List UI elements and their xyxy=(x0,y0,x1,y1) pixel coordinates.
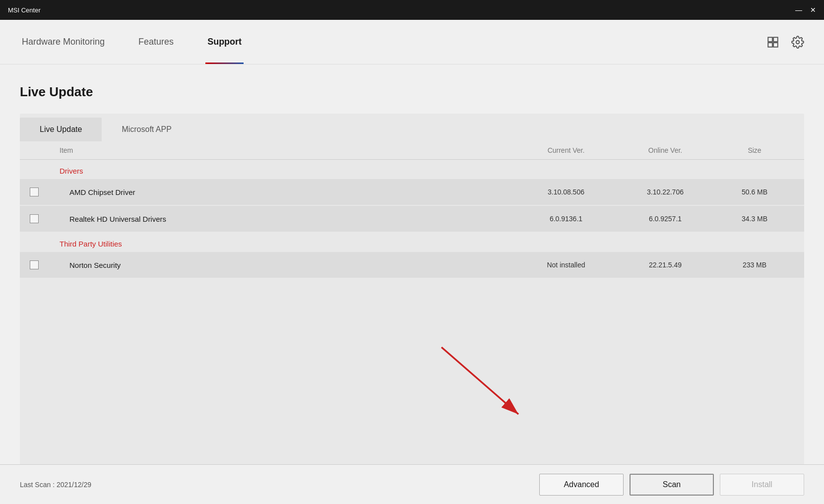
sub-tab-live-update[interactable]: Live Update xyxy=(20,118,102,141)
svg-rect-2 xyxy=(768,43,772,47)
row-checkbox-amd[interactable] xyxy=(30,188,39,196)
row-amd-online: 3.10.22.706 xyxy=(616,188,715,196)
row-norton-current: Not installed xyxy=(516,261,616,269)
header-size: Size xyxy=(715,146,794,154)
grid-icon xyxy=(766,36,779,49)
install-button[interactable]: Install xyxy=(720,474,804,496)
update-table: Item Current Ver. Online Ver. Size Drive… xyxy=(20,141,804,464)
table-header: Item Current Ver. Online Ver. Size xyxy=(20,141,804,160)
row-norton-size: 233 MB xyxy=(715,261,794,269)
sub-tabs: Live Update Microsoft APP xyxy=(20,114,804,141)
tab-support[interactable]: Support xyxy=(205,20,244,64)
grid-view-button[interactable] xyxy=(766,36,779,49)
header-online-ver: Online Ver. xyxy=(616,146,715,154)
table-row: Realtek HD Universal Drivers 6.0.9136.1 … xyxy=(20,206,804,232)
table-row: AMD Chipset Driver 3.10.08.506 3.10.22.7… xyxy=(20,179,804,205)
settings-button[interactable] xyxy=(791,36,804,49)
bottom-buttons: Advanced Scan Install xyxy=(539,474,804,496)
row-amd-name: AMD Chipset Driver xyxy=(60,188,516,196)
navbar: Hardware Monitoring Features Support xyxy=(0,20,824,64)
section-third-party: Third Party Utilities xyxy=(20,233,804,252)
scan-button[interactable]: Scan xyxy=(630,474,714,496)
nav-icons xyxy=(766,36,804,49)
row-realtek-size: 34.3 MB xyxy=(715,215,794,223)
row-realtek-online: 6.0.9257.1 xyxy=(616,215,715,223)
gear-icon xyxy=(791,36,804,49)
app-title: MSI Center xyxy=(8,6,41,14)
row-norton-online: 22.21.5.49 xyxy=(616,261,715,269)
row-norton-name: Norton Security xyxy=(60,261,516,269)
sub-tab-microsoft-app[interactable]: Microsoft APP xyxy=(102,118,191,141)
row-checkbox-norton[interactable] xyxy=(30,260,39,269)
last-scan-label: Last Scan : 2021/12/29 xyxy=(20,481,91,489)
advanced-button[interactable]: Advanced xyxy=(539,474,624,496)
live-update-panel: Live Update Microsoft APP Item Current V… xyxy=(20,114,804,464)
row-realtek-name: Realtek HD Universal Drivers xyxy=(60,215,516,223)
row-amd-current: 3.10.08.506 xyxy=(516,188,616,196)
header-item: Item xyxy=(60,146,516,154)
section-drivers: Drivers xyxy=(20,160,804,179)
bottom-bar: Last Scan : 2021/12/29 Advanced Scan Ins… xyxy=(0,464,824,504)
svg-rect-1 xyxy=(773,37,778,42)
svg-rect-3 xyxy=(773,43,778,47)
row-realtek-current: 6.0.9136.1 xyxy=(516,215,616,223)
row-amd-size: 50.6 MB xyxy=(715,188,794,196)
minimize-button[interactable]: — xyxy=(795,6,802,13)
svg-point-4 xyxy=(796,40,800,44)
tab-hardware-monitoring[interactable]: Hardware Monitoring xyxy=(20,20,107,64)
page-title: Live Update xyxy=(20,84,804,100)
window-controls: — ✕ xyxy=(795,6,816,13)
page-content: Live Update Live Update Microsoft APP It… xyxy=(0,64,824,464)
titlebar: MSI Center — ✕ xyxy=(0,0,824,20)
svg-rect-0 xyxy=(768,37,772,42)
app-container: Hardware Monitoring Features Support xyxy=(0,20,824,504)
nav-tabs: Hardware Monitoring Features Support xyxy=(20,20,244,64)
header-checkbox-col xyxy=(30,146,60,154)
header-current-ver: Current Ver. xyxy=(516,146,616,154)
table-body: Drivers AMD Chipset Driver 3.10.08.506 3… xyxy=(20,160,804,464)
table-row: Norton Security Not installed 22.21.5.49… xyxy=(20,252,804,278)
tab-features[interactable]: Features xyxy=(136,20,176,64)
row-checkbox-realtek[interactable] xyxy=(30,214,39,223)
close-button[interactable]: ✕ xyxy=(810,6,816,13)
